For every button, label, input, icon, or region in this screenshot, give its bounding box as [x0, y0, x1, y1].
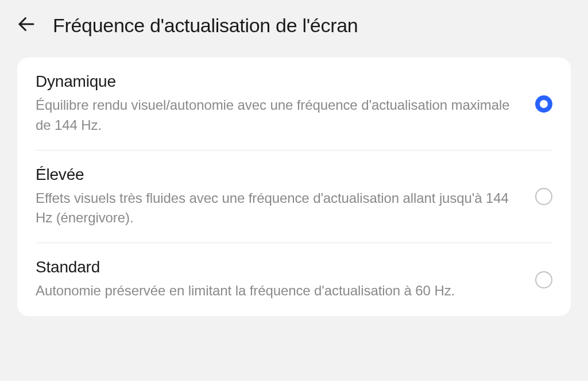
option-content: Élevée Effets visuels très fluides avec … [36, 166, 535, 229]
back-button[interactable] [16, 14, 37, 37]
option-description: Autonomie préservée en limitant la fréqu… [36, 281, 521, 301]
radio-unselected-icon [535, 188, 552, 205]
option-dynamique[interactable]: Dynamique Équilibre rendu visuel/autonom… [17, 57, 571, 151]
option-description: Effets visuels très fluides avec une fré… [36, 188, 521, 229]
option-title: Standard [36, 258, 521, 276]
option-standard[interactable]: Standard Autonomie préservée en limitant… [17, 243, 571, 316]
option-title: Dynamique [36, 72, 521, 91]
option-elevee[interactable]: Élevée Effets visuels très fluides avec … [17, 151, 571, 244]
options-card: Dynamique Équilibre rendu visuel/autonom… [17, 57, 571, 316]
option-description: Équilibre rendu visuel/autonomie avec un… [36, 95, 521, 136]
radio-unselected-icon [535, 271, 552, 288]
option-content: Standard Autonomie préservée en limitant… [36, 258, 535, 301]
option-title: Élevée [36, 166, 521, 184]
radio-selected-icon [535, 95, 552, 113]
option-content: Dynamique Équilibre rendu visuel/autonom… [36, 72, 535, 136]
arrow-left-icon [16, 14, 37, 37]
header: Fréquence d'actualisation de l'écran [0, 0, 588, 48]
page-title: Fréquence d'actualisation de l'écran [53, 14, 358, 37]
